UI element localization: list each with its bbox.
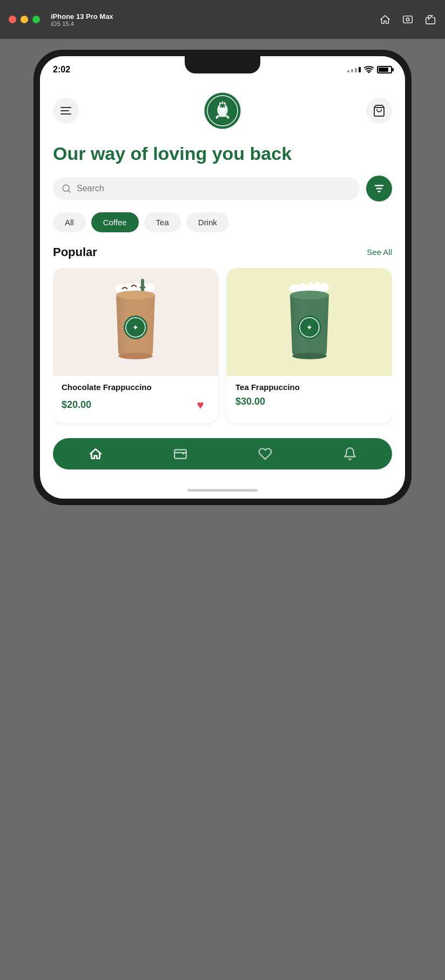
fullscreen-button[interactable] [32,16,40,23]
svg-point-9 [221,105,224,108]
screenshot-toolbar-icon[interactable] [402,14,414,25]
nav-item-notifications[interactable] [343,447,357,461]
section-header: Popular See All [53,245,392,259]
title-bar-icons [379,14,436,25]
app-content: ✦ [40,83,405,427]
hero-heading: Our way of loving you back [53,143,392,165]
share-toolbar-icon[interactable] [424,14,436,25]
svg-text:✦: ✦ [306,324,313,332]
svg-rect-0 [403,16,413,23]
svg-text:✦: ✦ [132,324,139,332]
cart-button[interactable] [366,98,392,124]
product-info-tea: Tea Frappuccino $30.00 [227,376,392,416]
svg-point-20 [116,291,155,299]
category-pills: All Coffee Tea Drink [53,212,392,232]
product-card-choco[interactable]: ✦ Chocolate Frappuccino $20.00 ♥ [53,268,218,423]
product-card-tea[interactable]: ✦ Tea Frappuccino $30.00 [227,268,392,423]
home-bar [187,489,258,492]
cart-icon [373,104,386,117]
category-pill-all[interactable]: All [53,212,86,232]
status-bar: 2:02 [40,56,405,83]
hamburger-icon [60,107,71,115]
svg-point-26 [292,353,327,359]
phone-frame: 2:02 [33,50,412,505]
starbucks-logo: ✦ [204,92,241,130]
search-input-wrap [53,177,360,200]
section-title: Popular [53,245,97,259]
ios-version: iOS 15.4 [51,21,113,27]
home-toolbar-icon[interactable] [379,14,391,25]
home-nav-icon [89,447,103,461]
wallet-nav-icon [173,447,187,461]
traffic-lights [9,16,40,23]
product-bottom-choco: $20.00 ♥ [62,396,210,414]
phone-screen: 2:02 [40,56,405,499]
category-pill-drink[interactable]: Drink [186,212,229,232]
minimize-button[interactable] [21,16,28,23]
search-container [53,176,392,202]
status-time: 2:02 [53,65,70,75]
bottom-nav [53,438,392,469]
signal-icon [347,67,361,72]
nav-item-home[interactable] [89,447,103,461]
search-icon [62,184,71,193]
nav-item-favorites[interactable] [258,447,272,461]
see-all-button[interactable]: See All [367,247,392,257]
svg-point-1 [406,18,409,21]
product-bottom-tea: $30.00 [235,396,383,407]
title-bar: iPhone 13 Pro Max iOS 15.4 [0,0,445,39]
filter-button[interactable] [366,176,392,202]
home-indicator [40,482,405,499]
product-image-tea: ✦ [227,268,392,376]
svg-rect-27 [174,449,186,458]
close-button[interactable] [9,16,16,23]
category-pill-tea[interactable]: Tea [144,212,181,232]
heart-icon-filled: ♥ [197,398,204,412]
heart-nav-icon [258,447,272,461]
menu-button[interactable] [53,98,79,124]
nav-item-wallet[interactable] [173,447,187,461]
product-price-choco: $20.00 [62,399,91,411]
device-name: iPhone 13 Pro Max [51,12,113,21]
svg-point-2 [368,72,369,73]
notch [185,56,260,73]
svg-point-25 [290,291,329,299]
status-icons [347,65,392,75]
hero-text: Our way of loving you back [53,134,392,176]
products-row: ✦ Chocolate Frappuccino $20.00 ♥ [53,268,392,427]
svg-point-21 [118,353,153,359]
product-price-tea: $30.00 [235,396,265,407]
search-input[interactable] [77,184,351,193]
choco-frapp-image: ✦ [98,276,173,368]
product-name-tea: Tea Frappuccino [235,382,383,392]
bell-nav-icon [343,447,357,461]
category-pill-coffee[interactable]: Coffee [91,212,139,232]
battery-icon [377,66,392,73]
app-header: ✦ [53,83,392,134]
favorite-button-choco[interactable]: ♥ [191,396,210,414]
product-name-choco: Chocolate Frappuccino [62,382,210,392]
product-info-choco: Chocolate Frappuccino $20.00 ♥ [53,376,218,423]
tea-frapp-image: ✦ [272,276,347,368]
device-info: iPhone 13 Pro Max iOS 15.4 [51,12,113,27]
filter-icon [373,183,385,194]
wifi-icon [364,65,374,75]
product-image-choco: ✦ [53,268,218,376]
